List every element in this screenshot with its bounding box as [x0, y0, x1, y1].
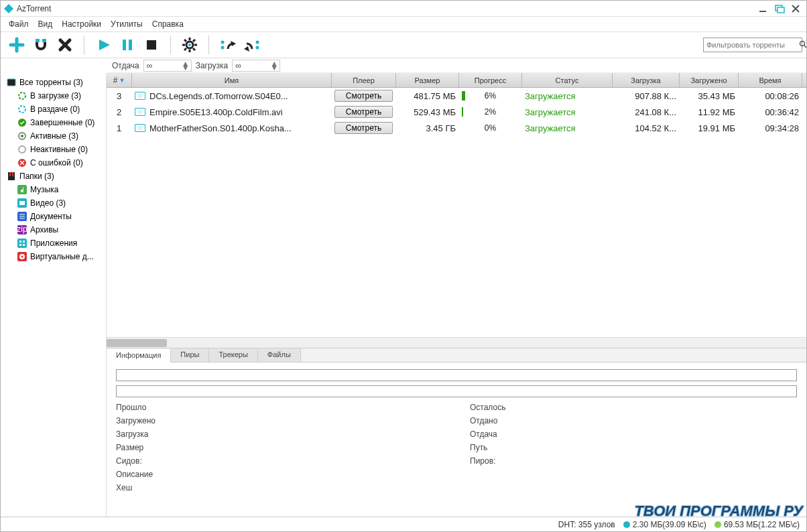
svg-rect-7	[123, 40, 126, 50]
watch-button[interactable]: Смотреть	[334, 106, 393, 118]
watch-button[interactable]: Смотреть	[334, 122, 393, 134]
detail-tabs: Информация Пиры Трекеры Файлы	[107, 348, 806, 362]
sidebar-docs[interactable]: Документы	[1, 210, 106, 223]
cell-down-speed: 907.88 К...	[613, 91, 680, 101]
sidebar-vdisks[interactable]: Виртуальные д...	[1, 250, 106, 263]
cell-down-speed: 104.52 К...	[613, 123, 680, 133]
cell-status: Загружается	[522, 107, 613, 117]
start-button[interactable]	[91, 34, 115, 56]
col-time[interactable]: Время	[739, 73, 802, 87]
tab-files[interactable]: Файлы	[258, 348, 301, 362]
cell-time: 00:36:42	[739, 107, 802, 117]
svg-point-33	[21, 135, 23, 137]
horizontal-scrollbar[interactable]	[107, 337, 806, 348]
menubar: Файл Вид Настройки Утилиты Справка	[1, 17, 806, 31]
check-icon	[17, 117, 27, 128]
cell-loaded: 11.92 МБ	[680, 107, 739, 117]
video-file-icon	[135, 108, 145, 116]
cell-down-speed: 241.08 К...	[613, 107, 680, 117]
menu-view[interactable]: Вид	[34, 18, 57, 30]
svg-rect-36	[8, 172, 15, 180]
tab-trackers[interactable]: Трекеры	[209, 348, 257, 362]
sidebar-downloading[interactable]: В загрузке (3)	[1, 89, 106, 103]
cell-time: 00:08:26	[739, 91, 802, 101]
tab-peers[interactable]: Пиры	[171, 348, 209, 362]
add-torrent-button[interactable]	[5, 34, 29, 56]
up-dot-icon	[715, 521, 721, 528]
tab-info[interactable]: Информация	[107, 349, 171, 362]
info-label: Описание	[116, 470, 443, 479]
menu-help[interactable]: Справка	[148, 18, 188, 30]
move-up-button[interactable]	[216, 34, 240, 56]
menu-utilities[interactable]: Утилиты	[107, 18, 147, 30]
sidebar-errored[interactable]: С ошибкой (0)	[1, 156, 106, 170]
docs-icon	[17, 211, 27, 222]
sidebar-all-torrents[interactable]: Все торренты (3)	[1, 76, 106, 89]
cell-progress: 0%	[459, 122, 522, 134]
apps-icon	[17, 238, 27, 249]
search-icon[interactable]	[799, 40, 807, 50]
filter-input-wrap	[703, 38, 802, 52]
col-name[interactable]: Имя	[132, 73, 332, 87]
menu-settings[interactable]: Настройки	[58, 18, 105, 30]
svg-point-25	[256, 46, 259, 50]
svg-point-34	[19, 146, 25, 153]
col-size[interactable]: Размер	[396, 73, 459, 87]
sidebar-seeding[interactable]: В раздаче (0)	[1, 103, 106, 116]
table-row[interactable]: 2Empire.S05E13.400p.ColdFilm.aviСмотреть…	[107, 104, 806, 120]
remove-button[interactable]	[53, 34, 77, 56]
minimize-button[interactable]	[755, 2, 771, 15]
sort-asc-icon: ▼	[119, 77, 125, 84]
cell-name: DCs.Legends.of.Tomorrow.S04E0...	[132, 91, 332, 101]
menu-file[interactable]: Файл	[5, 18, 33, 30]
sidebar-music[interactable]: Музыка	[1, 183, 106, 196]
svg-line-16	[193, 48, 195, 50]
cell-player: Смотреть	[332, 106, 396, 118]
table-row[interactable]: 3DCs.Legends.of.Tomorrow.S04E0...Смотрет…	[107, 88, 806, 104]
svg-line-15	[184, 40, 186, 42]
table-row[interactable]: 1MotherFatherSon.S01.400p.Kosha...Смотре…	[107, 120, 806, 136]
sidebar-folders[interactable]: Папки (3)	[1, 170, 106, 183]
upload-limit-spinner[interactable]: ∞▲▼	[143, 60, 192, 72]
maximize-button[interactable]	[771, 2, 788, 15]
video-file-icon	[135, 92, 145, 100]
cell-num: 1	[107, 123, 132, 133]
filter-input[interactable]	[706, 41, 799, 49]
info-label: Загрузка	[116, 429, 443, 439]
error-icon	[17, 157, 27, 168]
col-status[interactable]: Статус	[522, 73, 613, 87]
svg-rect-5	[42, 39, 46, 42]
stop-button[interactable]	[139, 34, 164, 56]
close-button[interactable]	[788, 2, 804, 15]
sidebar-archives[interactable]: zipАрхивы	[1, 223, 106, 237]
cell-name: MotherFatherSon.S01.400p.Kosha...	[132, 123, 332, 133]
col-loaded[interactable]: Загружено	[680, 73, 739, 87]
col-progress[interactable]: Прогресс	[459, 73, 522, 87]
svg-rect-9	[147, 40, 156, 50]
settings-button[interactable]	[178, 34, 202, 56]
col-num[interactable]: #▼	[107, 73, 132, 87]
sidebar-apps[interactable]: Приложения	[1, 237, 106, 250]
download-limit-spinner[interactable]: ∞▲▼	[232, 60, 280, 72]
window-title: AzTorrent	[17, 4, 755, 13]
info-label: Отдано	[470, 416, 797, 425]
col-player[interactable]: Плеер	[332, 73, 396, 87]
sidebar-completed[interactable]: Завершенные (0)	[1, 116, 106, 129]
cell-size: 481.75 МБ	[396, 91, 459, 101]
info-label: Осталось	[470, 403, 797, 412]
sidebar-active[interactable]: Активные (3)	[1, 129, 106, 143]
svg-marker-0	[4, 4, 13, 13]
sidebar-video[interactable]: Видео (3)	[1, 196, 106, 210]
sidebar-inactive[interactable]: Неактивные (0)	[1, 143, 106, 156]
svg-point-30	[19, 106, 25, 113]
col-download[interactable]: Загрузка	[613, 73, 680, 87]
speed-limit-bar: Отдача ∞▲▼ Загрузка ∞▲▼	[108, 58, 806, 73]
pause-button[interactable]	[115, 34, 139, 56]
down-dot-icon	[623, 521, 630, 528]
info-label: Размер	[116, 443, 443, 452]
svg-rect-39	[17, 185, 27, 194]
cell-progress: 6%	[459, 90, 522, 102]
move-down-button[interactable]	[240, 34, 264, 56]
add-magnet-button[interactable]	[29, 34, 53, 56]
watch-button[interactable]: Смотреть	[334, 90, 393, 102]
